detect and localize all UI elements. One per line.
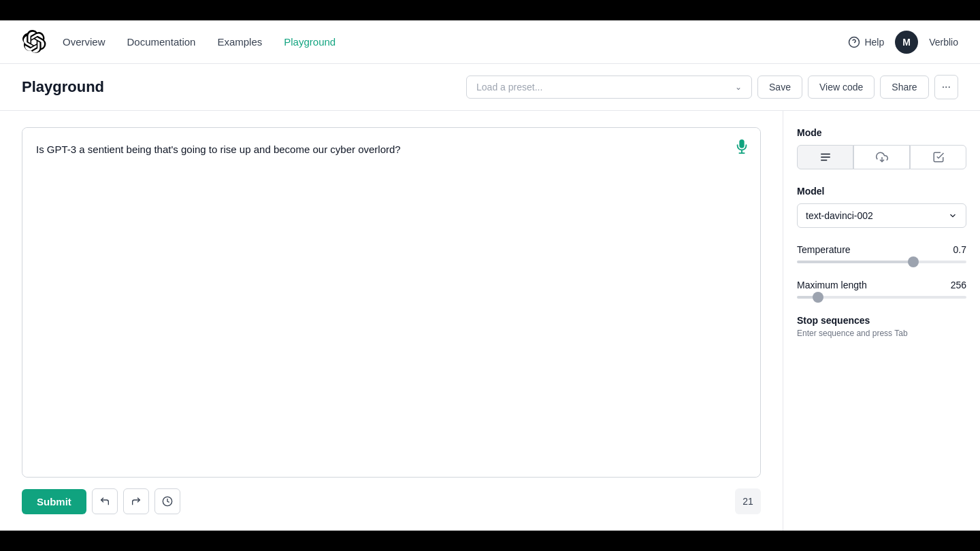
right-panel: Mode — [783, 111, 980, 531]
prompt-input[interactable] — [22, 128, 760, 477]
mode-label: Mode — [797, 127, 966, 138]
max-length-label: Maximum length — [797, 280, 867, 290]
view-code-button[interactable]: View code — [808, 76, 875, 99]
share-button[interactable]: Share — [880, 76, 928, 99]
temperature-label: Temperature — [797, 244, 851, 255]
bottom-bar: Submit — [22, 488, 761, 514]
mode-complete-button[interactable] — [797, 145, 853, 169]
temperature-section: Temperature 0.7 — [797, 244, 966, 263]
header-actions: Load a preset... ⌄ Save View code Share … — [466, 75, 958, 99]
max-length-section: Maximum length 256 — [797, 280, 966, 299]
history-button[interactable] — [154, 488, 180, 514]
page-header: Playground Load a preset... ⌄ Save View … — [0, 64, 980, 111]
undo-button[interactable] — [92, 488, 118, 514]
chevron-down-icon: ⌄ — [735, 82, 742, 92]
left-panel: Submit — [0, 111, 783, 531]
help-button[interactable]: Help — [848, 36, 884, 48]
mode-edit-button[interactable] — [910, 145, 966, 169]
nav-examples[interactable]: Examples — [217, 36, 262, 48]
prompt-container — [22, 127, 761, 478]
temperature-slider[interactable] — [797, 261, 966, 263]
max-length-slider[interactable] — [797, 296, 966, 299]
model-label: Model — [797, 186, 966, 197]
model-value: text-davinci-002 — [806, 210, 873, 221]
submit-button[interactable]: Submit — [22, 489, 86, 514]
mode-insert-button[interactable] — [853, 145, 910, 169]
temperature-value: 0.7 — [953, 244, 966, 255]
microphone-icon[interactable] — [734, 139, 749, 157]
username[interactable]: Verblio — [929, 37, 958, 48]
redo-button[interactable] — [123, 488, 149, 514]
stop-sequences-hint: Enter sequence and press Tab — [797, 329, 966, 338]
nav-playground[interactable]: Playground — [284, 36, 336, 48]
mode-buttons — [797, 145, 966, 169]
token-count: 21 — [735, 488, 761, 514]
page-title: Playground — [22, 78, 466, 96]
model-dropdown[interactable]: text-davinci-002 — [797, 203, 966, 228]
stop-sequences-section: Stop sequences Enter sequence and press … — [797, 315, 966, 338]
nav-right: Help M Verblio — [848, 31, 958, 54]
stop-sequences-label: Stop sequences — [797, 315, 966, 326]
logo[interactable] — [22, 30, 46, 54]
nav-overview[interactable]: Overview — [63, 36, 105, 48]
more-button[interactable]: ··· — [934, 75, 958, 99]
help-label: Help — [864, 37, 884, 48]
mode-section: Mode — [797, 127, 966, 169]
preset-placeholder: Load a preset... — [476, 82, 542, 93]
user-avatar[interactable]: M — [895, 31, 918, 54]
nav-links: Overview Documentation Examples Playgrou… — [63, 36, 848, 48]
main-content: Submit — [0, 111, 980, 531]
max-length-value: 256 — [951, 280, 966, 290]
model-section: Model text-davinci-002 — [797, 186, 966, 228]
nav-documentation[interactable]: Documentation — [127, 36, 196, 48]
preset-dropdown[interactable]: Load a preset... ⌄ — [466, 76, 752, 99]
save-button[interactable]: Save — [757, 76, 802, 99]
navbar: Overview Documentation Examples Playgrou… — [0, 20, 980, 64]
